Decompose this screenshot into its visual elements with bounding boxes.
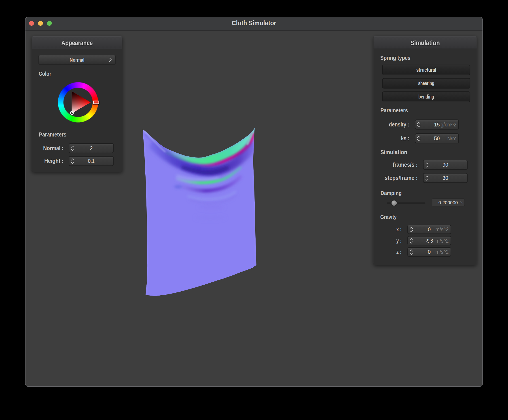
svg-text:15: 15 bbox=[434, 122, 440, 128]
svg-text:0.1: 0.1 bbox=[88, 158, 95, 164]
svg-text:%: % bbox=[460, 201, 463, 205]
svg-text:bending: bending bbox=[418, 94, 434, 100]
svg-text:50: 50 bbox=[434, 136, 440, 141]
svg-text:Simulation: Simulation bbox=[380, 149, 407, 155]
svg-text:0.200000: 0.200000 bbox=[439, 200, 458, 205]
svg-text:N/m: N/m bbox=[447, 136, 456, 141]
svg-text:2: 2 bbox=[90, 145, 93, 151]
svg-text:Damping: Damping bbox=[381, 190, 402, 196]
svg-text:structural: structural bbox=[416, 67, 436, 73]
svg-text:Normal :: Normal : bbox=[43, 145, 63, 152]
svg-text:m/s^2: m/s^2 bbox=[435, 249, 448, 255]
svg-text:shearing: shearing bbox=[418, 80, 434, 86]
svg-text:Normal: Normal bbox=[69, 57, 84, 63]
svg-text:90: 90 bbox=[442, 162, 448, 168]
svg-text:y :: y : bbox=[396, 237, 402, 244]
svg-text:30: 30 bbox=[442, 175, 448, 181]
svg-text:Gravity: Gravity bbox=[380, 214, 397, 220]
svg-text:Cloth Simulator: Cloth Simulator bbox=[232, 19, 276, 27]
svg-text:ks :: ks : bbox=[401, 135, 409, 142]
svg-text:g/cm^2: g/cm^2 bbox=[441, 122, 456, 128]
svg-text:0: 0 bbox=[428, 249, 431, 255]
svg-text:Height :: Height : bbox=[44, 158, 63, 164]
svg-text:x :: x : bbox=[396, 226, 402, 232]
svg-text:frames/s :: frames/s : bbox=[393, 161, 418, 168]
svg-text:-9.8: -9.8 bbox=[426, 238, 433, 244]
svg-text:density :: density : bbox=[389, 121, 409, 128]
svg-text:Spring types: Spring types bbox=[380, 55, 411, 61]
svg-text:m/s^2: m/s^2 bbox=[435, 226, 448, 232]
svg-text:z :: z : bbox=[396, 248, 402, 255]
svg-text:Color: Color bbox=[39, 70, 51, 77]
svg-text:Appearance: Appearance bbox=[61, 39, 93, 46]
svg-text:Parameters: Parameters bbox=[380, 107, 408, 114]
svg-text:Simulation: Simulation bbox=[411, 39, 440, 46]
svg-text:Parameters: Parameters bbox=[39, 131, 67, 138]
svg-text:0: 0 bbox=[428, 226, 431, 232]
svg-text:steps/frame :: steps/frame : bbox=[385, 174, 418, 181]
svg-text:m/s^2: m/s^2 bbox=[435, 238, 448, 244]
